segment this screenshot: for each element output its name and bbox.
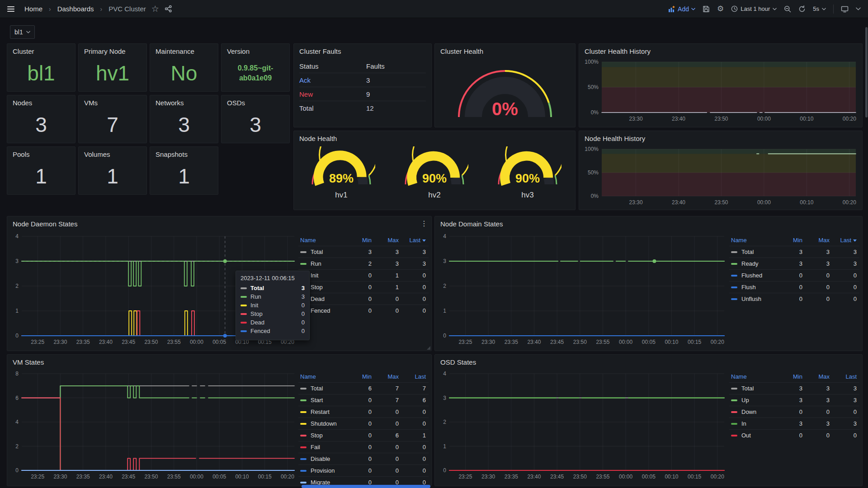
osd-states-chart[interactable]: 0123423:2523:3023:3523:4023:4523:5023:55… — [436, 368, 730, 484]
legend-row-fail[interactable]: Fail 000 — [298, 441, 429, 453]
gauge-hv2: 90% hv2 — [401, 146, 468, 200]
zoom-out-icon[interactable] — [784, 5, 791, 13]
legend-row-shutdown[interactable]: Shutdown 000 — [298, 418, 429, 429]
stat-value: 0.9.85~git-ab0a1e09 — [222, 57, 289, 89]
panel-resize-handle[interactable] — [427, 346, 430, 350]
cluster-health-history-panel[interactable]: Cluster Health History 0%50%100%23:3023:… — [579, 43, 863, 127]
stat-panel-volumes[interactable]: Volumes 1 — [78, 146, 147, 195]
refresh-icon[interactable] — [798, 5, 806, 13]
legend-row-restart[interactable]: Restart 000 — [298, 406, 429, 418]
legend-row-out[interactable]: Out 000 — [729, 429, 859, 441]
legend-scrollbar[interactable] — [302, 485, 430, 488]
faults-table-header[interactable]: Status Faults — [299, 59, 426, 73]
svg-text:0: 0 — [443, 333, 446, 339]
cluster-health-gauge: 0% — [451, 63, 559, 122]
faults-row-total[interactable]: Total 12 — [299, 101, 426, 115]
stat-panel-cluster[interactable]: Cluster bl1 — [7, 43, 75, 92]
legend-header[interactable]: Name Min Max Last — [729, 371, 859, 382]
time-range-picker[interactable]: Last 1 hour — [731, 5, 777, 12]
svg-text:00:20: 00:20 — [843, 199, 856, 206]
collapse-nav-icon[interactable] — [856, 7, 861, 10]
legend-row-init[interactable]: Init 010 — [298, 269, 429, 281]
stat-panel-nodes[interactable]: Nodes 3 — [7, 95, 75, 143]
legend-row-flush[interactable]: Flush 000 — [729, 281, 859, 293]
legend-row-ready[interactable]: Ready 333 — [729, 258, 859, 269]
stat-panel-version[interactable]: Version 0.9.85~git-ab0a1e09 — [221, 43, 290, 92]
legend-row-stop[interactable]: Stop 010 — [298, 281, 429, 293]
legend-header[interactable]: Name Min Max Last — [298, 371, 429, 382]
stat-panel-maintenance[interactable]: Maintenance No — [150, 43, 218, 92]
stat-panel-pools[interactable]: Pools 1 — [7, 146, 75, 195]
stat-panel-snapshots[interactable]: Snapshots 1 — [150, 146, 218, 195]
settings-gear-icon[interactable]: ⚙ — [717, 5, 724, 13]
stat-panel-primary-node[interactable]: Primary Node hv1 — [78, 43, 147, 92]
node-domain-states-chart[interactable]: 0123423:2523:3023:3523:4023:4523:5023:55… — [436, 231, 730, 349]
legend-row-total[interactable]: Total 333 — [729, 382, 859, 394]
save-dashboard-icon[interactable] — [703, 5, 710, 13]
legend-row-provision[interactable]: Provision 000 — [298, 465, 429, 476]
panel-title: Node Daemon States — [7, 216, 431, 228]
legend-row-down[interactable]: Down 000 — [729, 406, 859, 418]
stat-value: No — [150, 57, 218, 89]
clock-icon — [731, 5, 738, 12]
svg-text:00:00: 00:00 — [619, 474, 632, 480]
legend-row-total[interactable]: Total 333 — [298, 246, 429, 258]
panel-title: Node Health History — [579, 131, 862, 142]
breadcrumb-dashboards[interactable]: Dashboards — [57, 5, 94, 13]
node-health-history-panel[interactable]: Node Health History 0%50%100%23:3023:402… — [579, 131, 863, 210]
star-icon[interactable]: ☆ — [151, 5, 159, 13]
node-daemon-states-panel[interactable]: Node Daemon States ⋮ 0123423:2523:3023:3… — [7, 216, 432, 351]
svg-text:50%: 50% — [588, 84, 599, 90]
stat-panel-osds[interactable]: OSDs 3 — [221, 95, 290, 143]
svg-text:50%: 50% — [588, 169, 599, 176]
tooltip-time: 2023-12-11 00:06:15 — [241, 275, 305, 282]
legend-row-unflush[interactable]: Unflush 000 — [729, 293, 859, 305]
node-domain-states-panel[interactable]: Node Domain States 0123423:2523:3023:352… — [434, 216, 863, 351]
panel-menu-icon[interactable]: ⋮ — [420, 219, 428, 228]
svg-text:00:20: 00:20 — [281, 474, 294, 480]
legend-row-flushed[interactable]: Flushed 000 — [729, 269, 859, 281]
legend-row-disable[interactable]: Disable 000 — [298, 453, 429, 465]
legend-row-total[interactable]: Total 677 — [298, 382, 429, 394]
legend-header[interactable]: Name Min Max Last — [729, 235, 859, 246]
legend-row-stop[interactable]: Stop 061 — [298, 429, 429, 441]
svg-text:2: 2 — [443, 419, 446, 425]
chevron-down-icon — [822, 8, 826, 10]
legend-row-total[interactable]: Total 333 — [729, 246, 859, 258]
faults-row-new[interactable]: New 9 — [299, 87, 426, 101]
osd-states-panel[interactable]: OSD States 0123423:2523:3023:3523:4023:4… — [434, 354, 863, 486]
vertical-scrollbar[interactable] — [865, 27, 868, 117]
panel-title: Primary Node — [79, 44, 146, 55]
cluster-health-panel[interactable]: Cluster Health 0% — [434, 43, 576, 127]
svg-text:4: 4 — [15, 419, 19, 425]
add-panel-button[interactable]: Add — [668, 5, 695, 13]
legend-row-fenced[interactable]: Fenced 000 — [298, 305, 429, 316]
node-domain-legend: Name Min Max Last Total 333 Ready 333 Fl… — [729, 235, 859, 305]
node-health-history-chart[interactable]: 0%50%100%23:3023:4023:5000:0000:1000:20 — [582, 144, 859, 208]
refresh-interval-picker[interactable]: 5s — [813, 5, 826, 12]
breadcrumb-home[interactable]: Home — [24, 5, 42, 13]
legend-row-dead[interactable]: Dead 000 — [298, 293, 429, 305]
svg-text:8: 8 — [15, 371, 19, 377]
legend-row-up[interactable]: Up 333 — [729, 394, 859, 406]
stat-panel-vms[interactable]: VMs 7 — [78, 95, 147, 143]
svg-text:90%: 90% — [515, 172, 540, 185]
nav-actions: Add ⚙ Last 1 hour 5s — [668, 5, 861, 14]
vm-states-panel[interactable]: VM States 0246823:2523:3023:3523:4023:45… — [7, 354, 432, 486]
panel-title: VM States — [7, 355, 431, 366]
legend-row-in[interactable]: In 333 — [729, 418, 859, 429]
legend-header[interactable]: Name Min Max Last — [298, 235, 429, 246]
menu-icon[interactable] — [7, 6, 14, 12]
vm-states-chart[interactable]: 0246823:2523:3023:3523:4023:4523:5023:55… — [8, 368, 300, 484]
cluster-health-history-chart[interactable]: 0%50%100%23:3023:4023:5000:0000:1000:20 — [582, 56, 859, 124]
node-health-panel[interactable]: Node Health 89% hv1 90% hv2 90% hv3 — [293, 131, 576, 210]
share-icon[interactable] — [165, 5, 172, 13]
tv-mode-icon[interactable] — [841, 5, 849, 13]
legend-row-run[interactable]: Run 233 — [298, 258, 429, 269]
cluster-faults-panel[interactable]: Cluster Faults Status Faults Ack 3 New 9… — [293, 43, 432, 127]
legend-row-start[interactable]: Start 076 — [298, 394, 429, 406]
variable-selector-bl1[interactable]: bl1 — [10, 25, 35, 39]
stat-panel-networks[interactable]: Networks 3 — [150, 95, 218, 143]
faults-row-ack[interactable]: Ack 3 — [299, 73, 426, 87]
svg-text:23:50: 23:50 — [573, 339, 587, 345]
